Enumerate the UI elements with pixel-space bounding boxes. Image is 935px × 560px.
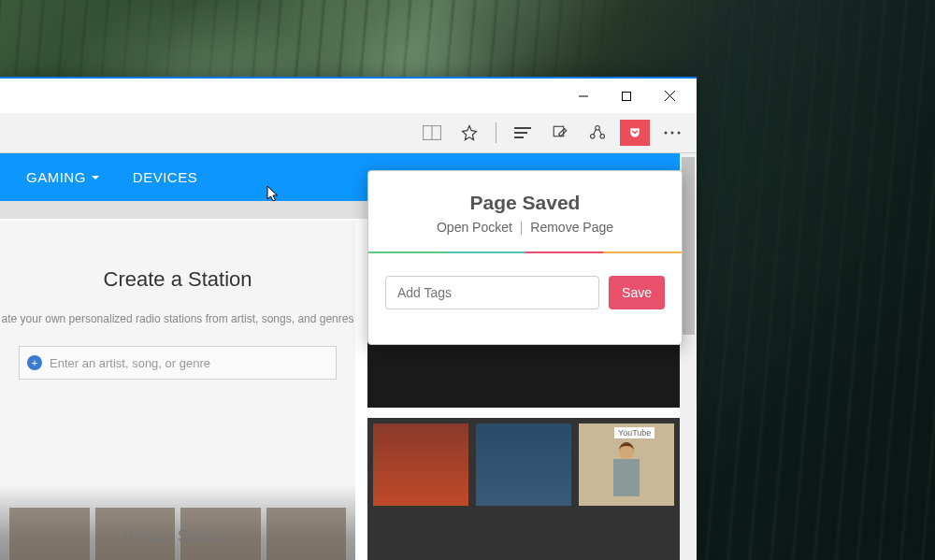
- article-card-left[interactable]: Create a Station ate your own personaliz…: [0, 221, 355, 560]
- svg-point-13: [665, 132, 668, 135]
- open-pocket-link[interactable]: Open Pocket: [437, 220, 512, 235]
- pocket-popup: Page Saved Open Pocket | Remove Page Sav…: [367, 170, 683, 345]
- nav-label: GAMING: [26, 169, 86, 185]
- share-icon[interactable]: [581, 116, 614, 150]
- window-titlebar: [0, 79, 697, 113]
- maximize-button[interactable]: [605, 81, 648, 111]
- save-button[interactable]: Save: [609, 276, 665, 309]
- youtube-badge: YouTube: [614, 427, 654, 438]
- card-gradient-overlay: [0, 484, 355, 560]
- browse-stations-label: Browse Stations: [0, 528, 355, 545]
- tags-input[interactable]: [385, 276, 599, 309]
- remove-page-link[interactable]: Remove Page: [530, 220, 613, 235]
- nav-label: DEVICES: [133, 169, 197, 185]
- scrollbar-thumb[interactable]: [682, 157, 695, 335]
- reading-view-icon[interactable]: [415, 116, 449, 150]
- thumbnail: YouTube: [579, 424, 674, 506]
- station-search-input[interactable]: + Enter an artist, song, or genre: [19, 346, 337, 380]
- toolbar-separator: [496, 122, 496, 143]
- thumbnail: [373, 424, 468, 506]
- popup-title: Page Saved: [368, 192, 682, 214]
- create-station-panel: Create a Station ate your own personaliz…: [0, 267, 355, 380]
- plus-icon: +: [27, 355, 42, 370]
- web-note-icon[interactable]: [543, 116, 577, 150]
- svg-point-15: [678, 132, 681, 135]
- popup-separator: |: [520, 220, 524, 235]
- video-thumbnails: YouTube: [367, 418, 680, 511]
- svg-point-14: [671, 132, 674, 135]
- pocket-extension-icon[interactable]: [618, 116, 652, 150]
- nav-item-devices[interactable]: DEVICES: [133, 169, 197, 185]
- chevron-down-icon: [92, 176, 99, 179]
- favorite-star-icon[interactable]: [453, 116, 486, 150]
- more-menu-icon[interactable]: [655, 116, 689, 150]
- station-title: Create a Station: [0, 267, 355, 292]
- minimize-button[interactable]: [562, 81, 605, 111]
- article-card-bot-right[interactable]: YouTube AdBlock and AdBlock Plus now ava…: [367, 418, 680, 560]
- nav-item-gaming[interactable]: GAMING: [26, 169, 99, 185]
- popup-color-bar: [368, 251, 682, 253]
- popup-links: Open Pocket | Remove Page: [368, 220, 682, 235]
- thumbnail: [476, 424, 571, 506]
- station-subtitle: ate your own personalized radio stations…: [0, 312, 355, 325]
- hub-icon[interactable]: [506, 116, 539, 150]
- svg-rect-1: [623, 92, 631, 100]
- close-button[interactable]: [648, 81, 691, 111]
- popup-form: Save: [368, 253, 682, 309]
- person-thumbnail: [610, 442, 643, 502]
- svg-point-11: [591, 135, 596, 139]
- station-input-placeholder: Enter an artist, song, or genre: [50, 356, 210, 370]
- svg-point-12: [600, 135, 605, 139]
- browser-toolbar: [0, 113, 697, 153]
